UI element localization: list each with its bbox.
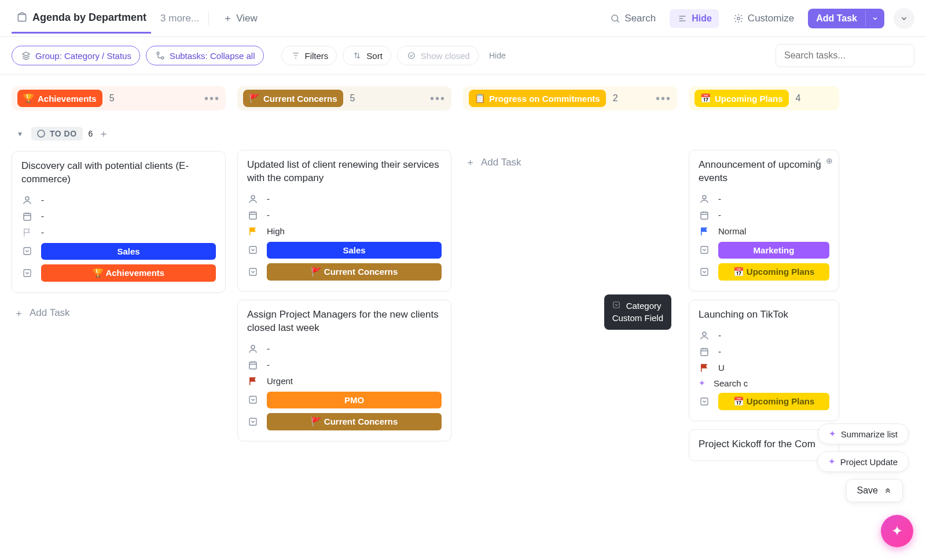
task-card[interactable]: ✓ ⊕ Announcement of upcoming events - - … — [689, 150, 839, 292]
save-pill[interactable]: Save — [846, 479, 903, 481]
task-card[interactable]: Updated list of client renewing their se… — [237, 150, 451, 292]
active-view-tab[interactable]: Agenda by Department — [12, 3, 151, 34]
column-concerns: 🚩 Current Concerns 5 ••• Updated list of… — [237, 86, 451, 469]
date-value: - — [267, 360, 270, 370]
sort-icon — [351, 50, 363, 61]
group-label: Group: Category / Status — [35, 51, 131, 61]
task-card[interactable]: Assign Project Managers for the new clie… — [237, 300, 451, 441]
calendar-icon — [21, 211, 33, 222]
column-header[interactable]: 🏆 Achievements 5 ••• — [12, 86, 226, 110]
status-row[interactable]: ▾ TO DO 6 ＋ — [12, 122, 226, 145]
add-task-inline[interactable]: ＋ Add Task — [12, 301, 226, 326]
svg-rect-15 — [249, 362, 256, 369]
svg-point-3 — [157, 52, 159, 54]
add-task-inline[interactable]: ＋ Add Task — [463, 150, 677, 175]
hide-text[interactable]: Hide — [484, 51, 510, 60]
column-menu-icon[interactable]: ••• — [656, 92, 671, 105]
flag-icon — [699, 226, 710, 237]
status-dot-icon — [37, 130, 45, 138]
status-count: 6 — [89, 129, 93, 138]
date-field[interactable]: - — [699, 207, 829, 223]
assignee-field[interactable]: - — [699, 191, 829, 207]
date-field[interactable]: - — [247, 207, 442, 223]
add-task-caret[interactable] — [865, 10, 884, 27]
ai-summarize-label: Summarize list — [841, 429, 898, 439]
date-field[interactable]: - — [21, 208, 216, 224]
ai-summarize-pill[interactable]: ✦ Summarize list — [818, 423, 909, 444]
priority-field[interactable]: U — [699, 360, 829, 376]
group-chip[interactable]: Group: Category / Status — [12, 46, 140, 65]
date-field[interactable]: - — [247, 357, 442, 373]
flag-icon — [699, 362, 710, 374]
filter-icon — [290, 50, 302, 61]
check-icon[interactable]: ✓ — [814, 156, 821, 165]
filters-chip[interactable]: Filters — [281, 46, 337, 65]
assignee-field[interactable]: - — [699, 327, 829, 344]
svg-rect-17 — [249, 418, 256, 425]
customize-button[interactable]: Customize — [728, 9, 799, 28]
search-tasks-input[interactable] — [776, 44, 914, 67]
check-circle-icon — [406, 50, 417, 61]
svg-point-2 — [737, 17, 740, 20]
calendar-icon — [247, 209, 259, 221]
dept-field[interactable]: Sales — [247, 240, 442, 261]
priority-field[interactable]: High — [247, 223, 442, 240]
ai-project-update-pill[interactable]: ✦ Project Update — [817, 451, 909, 472]
assignee-field[interactable]: - — [247, 341, 442, 357]
search-button[interactable]: Search — [605, 9, 660, 28]
add-view-button[interactable]: ＋ View — [218, 8, 262, 28]
card-title: Updated list of client renewing their se… — [247, 159, 442, 185]
column-header[interactable]: 📅 Upcoming Plans 4 — [689, 86, 839, 110]
category-field[interactable]: 🚩 Current Concerns — [247, 411, 442, 433]
card-title: Launching on TikTok — [699, 308, 829, 322]
priority-field[interactable]: - — [21, 224, 216, 241]
plus-icon: ＋ — [14, 307, 24, 320]
column-header[interactable]: 🚩 Current Concerns 5 ••• — [237, 86, 451, 110]
svg-rect-11 — [249, 212, 256, 219]
hide-button[interactable]: Hide — [670, 9, 719, 28]
category-field[interactable]: 🏆 Achievements — [21, 262, 216, 284]
column-menu-icon[interactable]: ••• — [204, 92, 220, 105]
column-header[interactable]: 📋 Progress on Commitments 2 ••• — [463, 86, 677, 110]
category-tag: 🚩 Current Concerns — [267, 263, 442, 281]
subtasks-label: Subtasks: Collapse all — [170, 51, 255, 61]
column-count: 5 — [350, 93, 355, 104]
category-field[interactable]: 🚩 Current Concerns — [247, 261, 442, 283]
dept-tag: Sales — [267, 242, 442, 259]
sparkle-icon: ✦ — [828, 456, 836, 467]
more-views[interactable]: 3 more... — [160, 13, 199, 24]
dept-field[interactable]: ✦ Search c — [699, 376, 829, 390]
assignee-field[interactable]: - — [21, 192, 216, 208]
task-card[interactable]: Launching on TikTok - - U ✦ Search c 📅 U… — [689, 300, 839, 421]
date-value: - — [267, 210, 270, 220]
priority-field[interactable]: Normal — [699, 223, 829, 240]
sparkle-icon: ✦ — [699, 378, 705, 388]
add-status-icon[interactable]: ＋ — [98, 127, 109, 141]
category-field[interactable]: 📅 Upcoming Plans — [699, 261, 829, 283]
view-name: Agenda by Department — [32, 12, 146, 24]
dept-field[interactable]: Marketing — [699, 240, 829, 261]
collapse-icon[interactable]: ▾ — [14, 128, 25, 139]
column-menu-icon[interactable]: ••• — [430, 92, 446, 105]
subtasks-icon — [155, 50, 166, 61]
calendar-icon — [699, 209, 710, 221]
task-card[interactable]: Project Kickoff for the Com — [689, 429, 839, 461]
sort-chip[interactable]: Sort — [343, 46, 391, 65]
dropdown-icon — [699, 396, 710, 407]
category-label: Current Concerns — [263, 94, 337, 104]
task-card[interactable]: Discovery call with potential clients (E… — [12, 151, 226, 293]
date-field[interactable]: - — [699, 344, 829, 360]
more-menu-button[interactable] — [894, 8, 914, 29]
add-view-label: View — [236, 13, 258, 24]
dept-field[interactable]: PMO — [247, 389, 442, 411]
dept-field[interactable]: Sales — [21, 241, 216, 262]
svg-point-4 — [161, 57, 164, 59]
priority-field[interactable]: Urgent — [247, 373, 442, 389]
subtasks-chip[interactable]: Subtasks: Collapse all — [146, 46, 264, 65]
show-closed-chip[interactable]: Show closed — [397, 46, 479, 65]
add-task-button[interactable]: Add Task — [808, 9, 884, 28]
category-field[interactable]: 📅 Upcoming Plans — [699, 390, 829, 412]
assignee-field[interactable]: - — [247, 191, 442, 207]
assignee-value: - — [718, 330, 721, 340]
add-icon[interactable]: ⊕ — [826, 156, 833, 165]
